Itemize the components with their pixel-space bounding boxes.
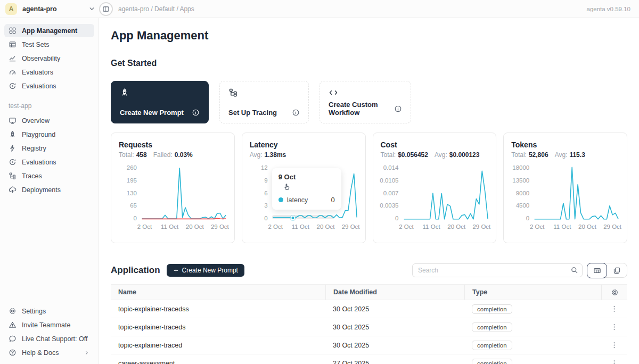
axis-tick-label: 20 Oct — [186, 224, 204, 230]
sidebar-item-settings[interactable]: Settings — [4, 304, 94, 318]
grid-icon — [9, 27, 17, 35]
card-view-button[interactable] — [607, 263, 627, 278]
sidebar-item-help-docs[interactable]: Help & Docs — [4, 346, 94, 359]
sidebar-item-observability[interactable]: Observability — [4, 52, 94, 65]
chart-plot[interactable] — [403, 165, 489, 221]
chart-stats: Total:$0.056452Avg:$0.000123 — [381, 151, 489, 159]
monitor-icon — [9, 117, 17, 125]
breadcrumb[interactable]: agenta-pro / Default / Apps — [118, 5, 194, 13]
table-header: Name Date Modified Type — [111, 284, 627, 300]
tooltip-series-dot — [278, 197, 283, 202]
sidebar-item-label: Traces — [22, 172, 42, 180]
chart-stat: Avg:1.38ms — [250, 151, 286, 159]
axis-tick-label: 20 Oct — [447, 224, 465, 230]
axis-tick-label: 0 — [395, 216, 398, 221]
axis-tick-label: 11 Oct — [292, 224, 309, 230]
chart-stats: Total:52,806Avg:115.3 — [511, 151, 619, 159]
sidebar-item-evaluators[interactable]: Evaluators — [4, 65, 94, 79]
y-axis: 260195130650 — [119, 165, 141, 221]
info-icon[interactable] — [394, 105, 402, 113]
axis-tick-label: 195 — [127, 178, 137, 184]
table-settings-gear-icon[interactable] — [611, 288, 619, 296]
sidebar-item-overview[interactable]: Overview — [4, 114, 94, 127]
card-view-icon — [613, 267, 621, 275]
axis-tick-label: 130 — [127, 191, 137, 196]
chart-plot[interactable] — [534, 165, 619, 221]
chart-stat: Avg:115.3 — [555, 151, 585, 159]
row-actions-kebab[interactable] — [601, 305, 627, 313]
table-row[interactable]: topic-explainer-tracedss30 Oct 2025compl… — [111, 300, 627, 318]
table-view-icon — [593, 267, 601, 275]
info-icon[interactable] — [192, 109, 200, 117]
axis-tick-label: 0.014 — [383, 165, 399, 171]
get-started-heading: Get Started — [111, 59, 627, 68]
axis-tick-label: 20 Oct — [578, 224, 596, 230]
sidebar-item-evaluations[interactable]: Evaluations — [4, 79, 94, 93]
alert-triangle-icon — [9, 321, 17, 329]
workspace-avatar: A — [5, 3, 17, 15]
sidebar-item-test-sets[interactable]: Test Sets — [4, 38, 94, 51]
cloud-up-icon — [9, 186, 17, 194]
chart-plot[interactable] — [141, 165, 227, 221]
get-started-card-label: Create New Prompt — [120, 109, 184, 117]
rocket-icon — [9, 130, 17, 138]
get-started-card-create-custom-workflow[interactable]: Create Custom Workflow — [320, 81, 411, 123]
chart-title: Tokens — [511, 140, 619, 149]
sidebar-item-deployments[interactable]: Deployments — [4, 183, 94, 196]
chevron-down-icon — [88, 5, 96, 13]
axis-tick-label: 12 — [261, 165, 268, 171]
workspace-selector[interactable]: A agenta-pro — [5, 3, 99, 15]
code-icon — [329, 88, 338, 97]
sidebar-item-evaluations[interactable]: Evaluations — [4, 155, 94, 169]
cell-date-modified: 30 Oct 2025 — [325, 324, 464, 331]
x-axis: 2 Oct11 Oct20 Oct29 Oct — [403, 224, 489, 232]
axis-tick-label: 4500 — [516, 203, 530, 209]
cell-type: completion — [464, 341, 601, 350]
info-icon[interactable] — [292, 109, 300, 117]
axis-tick-label: 13500 — [512, 178, 529, 184]
evaluations-icon — [9, 158, 17, 166]
row-actions-kebab[interactable] — [601, 359, 627, 364]
search-input[interactable] — [412, 263, 583, 277]
row-actions-kebab[interactable] — [601, 341, 627, 349]
table-row[interactable]: career-assessment27 Oct 2025completion — [111, 354, 627, 364]
axis-tick-label: 9 — [264, 178, 267, 184]
sidebar-section-label: test-app — [9, 102, 90, 110]
chart-stat: Failed:0.03% — [153, 151, 193, 159]
series-cost — [404, 171, 488, 219]
axis-tick-label: 11 Oct — [553, 224, 571, 230]
gear-icon — [9, 307, 17, 315]
sidebar-item-invite-teammate[interactable]: Invite Teammate — [4, 318, 94, 332]
create-new-prompt-button[interactable]: Create New Prompt — [167, 264, 244, 277]
type-badge: completion — [472, 322, 512, 332]
sidebar: App ManagementTest SetsObservabilityEval… — [0, 18, 99, 364]
sidebar-item-label: Evaluations — [22, 82, 56, 90]
row-actions-kebab[interactable] — [601, 323, 627, 331]
get-started-card-set-up-tracing[interactable]: Set Up Tracing — [219, 81, 309, 123]
cell-date-modified: 27 Oct 2025 — [325, 360, 464, 364]
panel-icon — [102, 5, 110, 13]
sidebar-collapse-button[interactable] — [99, 2, 113, 16]
sidebar-item-app-management[interactable]: App Management — [4, 24, 94, 37]
get-started-card-create-new-prompt[interactable]: Create New Prompt — [111, 81, 209, 123]
tooltip-series-name: latency — [287, 196, 308, 204]
sidebar-item-label: Evaluators — [22, 69, 53, 76]
sidebar-item-traces[interactable]: Traces — [4, 169, 94, 183]
cell-date-modified: 30 Oct 2025 — [325, 305, 464, 313]
axis-tick-label: 0.0035 — [380, 203, 398, 209]
sidebar-item-registry[interactable]: Registry — [4, 142, 94, 155]
axis-tick-label: 29 Oct — [472, 224, 490, 230]
table-row[interactable]: topic-explainer-traced30 Oct 2025complet… — [111, 336, 627, 354]
table-row[interactable]: topic-explainer-traceds30 Oct 2025comple… — [111, 318, 627, 336]
cursor-hand-icon — [283, 183, 291, 191]
axis-tick-label: 2 Oct — [530, 224, 544, 230]
axis-tick-label: 0.0105 — [380, 178, 398, 184]
application-heading: Application — [111, 265, 160, 276]
get-started-card-label: Set Up Tracing — [228, 109, 277, 117]
sidebar-item-playground[interactable]: Playground — [4, 128, 94, 141]
table-view-button[interactable] — [587, 263, 607, 278]
cell-name: topic-explainer-traced — [111, 342, 325, 349]
column-header-type: Type — [464, 285, 601, 300]
chart-stats: Total:458Failed:0.03% — [119, 151, 227, 159]
sidebar-item-live-chat-support-off[interactable]: Live Chat Support: Off — [4, 332, 94, 345]
